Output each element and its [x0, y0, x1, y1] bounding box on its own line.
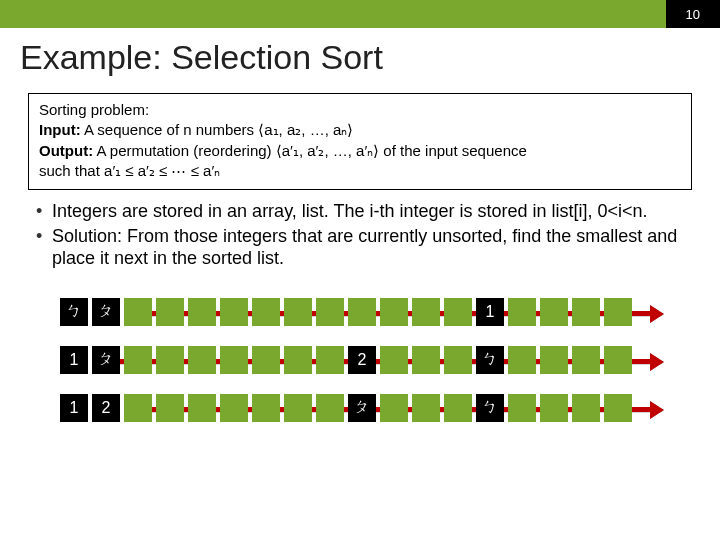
array-cell [412, 394, 440, 422]
highlight-cell: ㄅ [60, 298, 88, 326]
array-cell [604, 298, 632, 326]
highlight-cell: 1 [60, 346, 88, 374]
array-cell [348, 298, 376, 326]
array-cell [572, 298, 600, 326]
input-label: Input: [39, 121, 81, 138]
bullet-dot: • [36, 225, 52, 270]
problem-input-line: Input: A sequence of n numbers ⟨a₁, a₂, … [39, 120, 681, 140]
highlight-cell: ㄅ [476, 346, 504, 374]
bullet-1: •Integers are stored in an array, list. … [36, 200, 684, 223]
cells: 12ㄆㄅ [60, 394, 632, 422]
array-row-2: 12ㄆㄅ [60, 394, 660, 424]
array-cell [188, 394, 216, 422]
array-cell [508, 346, 536, 374]
array-cell [380, 346, 408, 374]
input-text: A sequence of n numbers ⟨a₁, a₂, …, aₙ⟩ [81, 121, 354, 138]
array-row-0: ㄅㄆ1 [60, 298, 660, 328]
array-cell [156, 346, 184, 374]
output-text: A permutation (reordering) ⟨a′₁, a′₂, …,… [93, 142, 527, 159]
highlight-cell: ㄆ [92, 298, 120, 326]
array-cell [284, 394, 312, 422]
array-cell [124, 346, 152, 374]
problem-definition-box: Sorting problem: Input: A sequence of n … [28, 93, 692, 190]
array-cell [380, 298, 408, 326]
array-cell [316, 394, 344, 422]
array-cell [380, 394, 408, 422]
slide-title: Example: Selection Sort [0, 28, 720, 85]
array-cell [124, 298, 152, 326]
array-cell [572, 346, 600, 374]
array-cell [604, 346, 632, 374]
array-cell [284, 298, 312, 326]
array-cell [444, 298, 472, 326]
array-cell [412, 346, 440, 374]
array-row-1: 1ㄆ2ㄅ [60, 346, 660, 376]
array-cell [412, 298, 440, 326]
highlight-cell: 2 [92, 394, 120, 422]
bullet-list: •Integers are stored in an array, list. … [0, 196, 720, 278]
highlight-cell: ㄆ [92, 346, 120, 374]
array-cell [220, 394, 248, 422]
array-cell [252, 394, 280, 422]
highlight-cell: ㄅ [476, 394, 504, 422]
array-cell [220, 346, 248, 374]
array-cell [444, 394, 472, 422]
header-bar: 10 [0, 0, 720, 28]
array-cell [156, 394, 184, 422]
array-cell [188, 346, 216, 374]
problem-line-4: such that a′₁ ≤ a′₂ ≤ ⋯ ≤ a′ₙ [39, 161, 681, 181]
page-number: 10 [666, 0, 720, 28]
array-cell [540, 346, 568, 374]
bullet-2: •Solution: From those integers that are … [36, 225, 684, 270]
array-cell [508, 394, 536, 422]
problem-line-1: Sorting problem: [39, 100, 681, 120]
problem-output-line: Output: A permutation (reordering) ⟨a′₁,… [39, 141, 681, 161]
bullet-2-text: Solution: From those integers that are c… [52, 225, 684, 270]
array-cell [188, 298, 216, 326]
array-cell [220, 298, 248, 326]
array-cell [316, 346, 344, 374]
array-cell [124, 394, 152, 422]
array-cell [540, 394, 568, 422]
array-cell [252, 298, 280, 326]
array-cell [508, 298, 536, 326]
array-cell [540, 298, 568, 326]
cells: 1ㄆ2ㄅ [60, 346, 632, 374]
highlight-cell: ㄆ [348, 394, 376, 422]
array-cell [252, 346, 280, 374]
array-visualization: ㄅㄆ11ㄆ2ㄅ12ㄆㄅ [0, 278, 720, 424]
highlight-cell: 1 [60, 394, 88, 422]
array-cell [284, 346, 312, 374]
bullet-dot: • [36, 200, 52, 223]
array-cell [316, 298, 344, 326]
highlight-cell: 2 [348, 346, 376, 374]
array-cell [444, 346, 472, 374]
cells: ㄅㄆ1 [60, 298, 632, 326]
highlight-cell: 1 [476, 298, 504, 326]
array-cell [604, 394, 632, 422]
array-cell [156, 298, 184, 326]
bullet-1-text: Integers are stored in an array, list. T… [52, 200, 648, 223]
output-label: Output: [39, 142, 93, 159]
array-cell [572, 394, 600, 422]
